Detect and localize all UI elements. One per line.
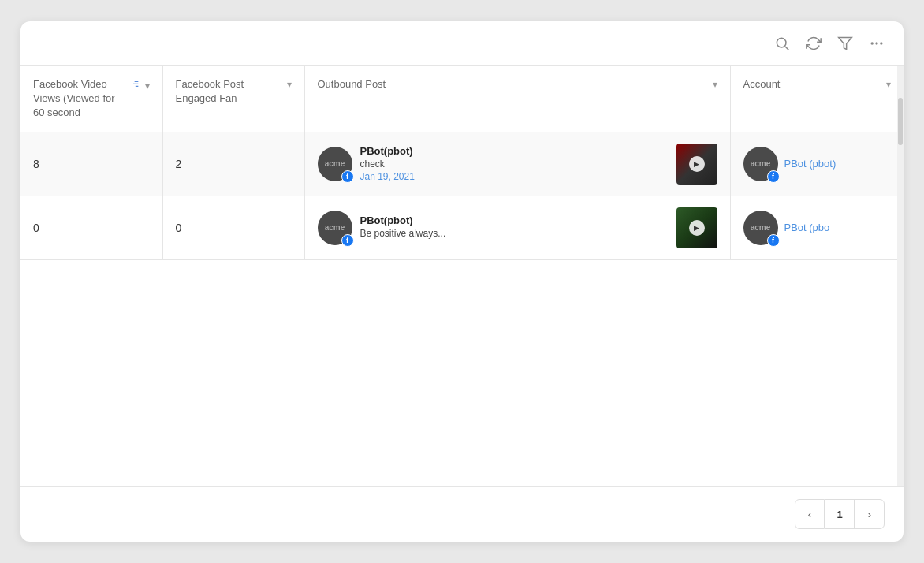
cell-account-1: acme f PBot (pbot) <box>730 132 904 196</box>
post-thumbnail-1: ▶ <box>676 144 717 185</box>
post-info-1: PBot(pbot) check Jan 19, 2021 <box>360 145 669 182</box>
cell-account-2: acme f PBot (pbo <box>730 196 904 259</box>
prev-page-button[interactable]: ‹ <box>795 499 825 529</box>
table-header-row: Facebook Video Views (Viewed for 60 seco… <box>20 66 904 132</box>
cell-video-views-2: 0 <box>20 196 162 259</box>
data-table: Facebook Video Views (Viewed for 60 seco… <box>20 66 904 260</box>
post-thumbnail-2: ▶ <box>676 207 717 248</box>
table-row: 0 0 acme f <box>20 196 904 259</box>
table-row: 8 2 acme f <box>20 132 904 196</box>
col-2-chevron-icon[interactable]: ▾ <box>713 79 717 90</box>
svg-marker-2 <box>839 38 852 50</box>
scrollbar-thumb[interactable] <box>898 98 903 145</box>
cell-post-2: acme f PBot(pbot) Be positive always... <box>304 196 730 259</box>
more-options-icon[interactable] <box>869 35 885 51</box>
fb-badge-2: f <box>341 234 354 247</box>
col-header-account: Account ▾ <box>730 66 904 132</box>
cell-video-views-1: 8 <box>20 132 162 196</box>
svg-point-5 <box>880 42 882 44</box>
account-link-1[interactable]: PBot (pbot) <box>784 158 836 170</box>
account-link-2[interactable]: PBot (pbo <box>784 222 830 233</box>
avatar-wrap-1: acme f <box>318 147 352 181</box>
col-header-engaged-fan: Facebook Post Engaged Fan ▾ <box>162 66 304 132</box>
cell-engaged-fan-2: 0 <box>162 196 304 259</box>
toolbar <box>20 21 904 66</box>
col-header-outbound-post: Outbound Post ▾ <box>304 66 730 132</box>
cell-engaged-fan-1: 2 <box>162 132 304 196</box>
account-fb-badge-2: f <box>767 234 780 247</box>
svg-point-4 <box>875 42 877 44</box>
refresh-icon[interactable] <box>806 35 822 51</box>
sort-desc-icon[interactable] <box>131 79 142 92</box>
svg-point-3 <box>871 42 874 44</box>
col-header-video-views: Facebook Video Views (Viewed for 60 seco… <box>20 66 162 132</box>
next-page-button[interactable]: › <box>855 499 885 529</box>
svg-point-0 <box>777 38 786 47</box>
filter-icon[interactable] <box>837 35 853 51</box>
main-card: Facebook Video Views (Viewed for 60 seco… <box>20 21 904 542</box>
play-button-2[interactable]: ▶ <box>689 220 705 236</box>
cell-post-1: acme f PBot(pbot) check Jan 19, 2021 <box>304 132 730 196</box>
avatar-wrap-2: acme f <box>318 211 352 245</box>
account-fb-badge-1: f <box>767 170 780 183</box>
current-page-button[interactable]: 1 <box>825 499 855 529</box>
col-1-chevron-icon[interactable]: ▾ <box>287 79 292 90</box>
pagination: ‹ 1 › <box>20 486 904 542</box>
post-info-2: PBot(pbot) Be positive always... <box>360 214 669 240</box>
fb-badge-1: f <box>341 170 354 183</box>
svg-line-1 <box>785 47 789 50</box>
col-0-chevron-icon[interactable]: ▾ <box>145 80 150 91</box>
search-icon[interactable] <box>774 35 790 51</box>
col-3-chevron-icon[interactable]: ▾ <box>886 79 891 90</box>
play-button-1[interactable]: ▶ <box>689 156 705 172</box>
table-container: Facebook Video Views (Viewed for 60 seco… <box>20 66 904 486</box>
account-avatar-wrap-1: acme f <box>743 147 778 181</box>
account-avatar-wrap-2: acme f <box>743 211 778 245</box>
scrollbar-track[interactable] <box>897 66 904 486</box>
